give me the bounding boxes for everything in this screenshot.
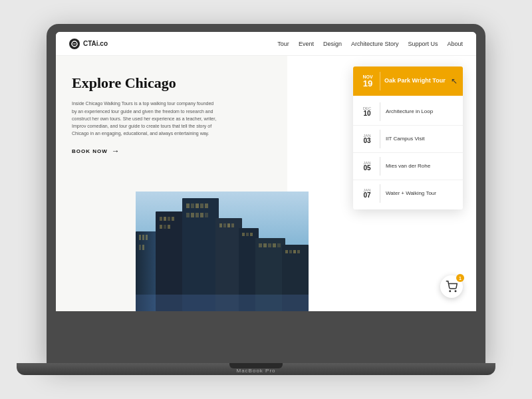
svg-rect-18: [186, 203, 190, 208]
nav-event[interactable]: Event: [299, 41, 314, 47]
event-title-1: Architecture in Loop: [386, 108, 433, 115]
event-item[interactable]: Jan 05 Mies van der Rohe: [353, 153, 463, 180]
event-date-4: Jan 07: [360, 188, 374, 199]
cursor-icon: ↖: [451, 76, 458, 86]
event-date-1: Dec 10: [360, 106, 374, 117]
divider-3: [380, 157, 380, 176]
divider: [380, 72, 380, 90]
hero-left: Explore Chicago Inside Chicago Walking T…: [56, 56, 287, 311]
svg-rect-42: [277, 243, 281, 247]
svg-rect-8: [142, 245, 144, 250]
nav-about[interactable]: About: [447, 41, 463, 47]
svg-rect-12: [168, 217, 170, 221]
svg-rect-40: [268, 243, 271, 247]
nav-design[interactable]: Design: [323, 41, 342, 47]
hero-description: Inside Chicago Walking Tours is a top wa…: [72, 100, 218, 137]
svg-rect-15: [164, 225, 166, 229]
hero-title: Explore Chicago: [72, 74, 271, 92]
divider-1: [380, 102, 380, 121]
nav-support-us[interactable]: Support Us: [408, 41, 438, 47]
featured-event-date: Nov 19: [360, 74, 376, 88]
svg-rect-16: [168, 225, 170, 229]
svg-rect-14: [160, 225, 162, 229]
hero-image: [136, 192, 309, 311]
svg-rect-29: [219, 223, 222, 227]
svg-rect-19: [191, 203, 194, 208]
divider-2: [380, 130, 380, 148]
event-day-2: 03: [363, 138, 370, 144]
cart-button[interactable]: 1: [440, 275, 463, 298]
buildings-bg: [136, 192, 309, 311]
event-title-4: Water + Walking Tour: [386, 190, 436, 197]
svg-rect-5: [142, 235, 144, 240]
nav-tour[interactable]: Tour: [277, 41, 289, 47]
event-title-2: IIT Campus Visit: [386, 136, 424, 142]
featured-day: 19: [363, 79, 372, 88]
hero-section: Explore Chicago Inside Chicago Walking T…: [56, 56, 476, 311]
svg-rect-20: [196, 203, 199, 208]
event-item[interactable]: Dec 10 Architecture in Loop: [353, 98, 463, 126]
event-day-3: 05: [363, 165, 370, 172]
events-panel: Nov 19 Oak Park Wright Tour ↖ Dec 10: [353, 66, 463, 209]
svg-rect-38: [259, 243, 262, 247]
svg-rect-41: [273, 243, 276, 247]
svg-rect-31: [227, 223, 230, 227]
laptop-notch: [229, 363, 283, 368]
svg-rect-10: [160, 217, 162, 221]
laptop-base: MacBook Pro: [17, 363, 495, 375]
cart-badge: 1: [456, 274, 464, 282]
svg-rect-45: [289, 250, 292, 253]
event-day-4: 07: [363, 192, 370, 199]
svg-rect-32: [231, 223, 234, 227]
svg-rect-25: [196, 213, 199, 217]
svg-rect-13: [172, 217, 174, 221]
featured-event[interactable]: Nov 19 Oak Park Wright Tour ↖: [353, 66, 463, 96]
event-item[interactable]: Jan 03 IIT Campus Visit: [353, 126, 463, 153]
svg-rect-48: [136, 295, 309, 311]
book-now-button[interactable]: BOOK NOW →: [72, 146, 271, 156]
svg-rect-47: [297, 250, 300, 253]
svg-rect-21: [200, 203, 203, 208]
svg-rect-36: [250, 233, 253, 236]
svg-rect-7: [139, 245, 141, 250]
svg-rect-30: [223, 223, 226, 227]
logo-icon: [69, 39, 80, 49]
divider-4: [380, 184, 380, 203]
event-day-1: 10: [363, 110, 370, 117]
svg-rect-34: [242, 233, 245, 236]
nav-architecture-story[interactable]: Architecture Story: [351, 41, 399, 47]
svg-rect-6: [146, 235, 148, 240]
event-title-3: Mies van der Rohe: [386, 163, 430, 170]
laptop-frame: CTAi.co Tour Event Design Architecture S…: [47, 24, 485, 363]
cart-icon: [446, 281, 458, 293]
svg-rect-35: [246, 233, 249, 236]
svg-rect-27: [205, 213, 208, 217]
featured-event-title: Oak Park Wright Tour: [384, 77, 446, 85]
laptop-screen: CTAi.co Tour Event Design Architecture S…: [56, 32, 476, 311]
event-date-3: Jan 05: [360, 161, 374, 172]
svg-rect-4: [139, 235, 141, 240]
svg-point-50: [455, 291, 456, 292]
site-navigation: CTAi.co Tour Event Design Architecture S…: [56, 32, 476, 56]
svg-rect-39: [263, 243, 267, 247]
arrow-icon: →: [112, 146, 120, 156]
event-date-2: Jan 03: [360, 134, 374, 144]
svg-rect-26: [200, 213, 203, 217]
svg-rect-44: [285, 250, 288, 253]
event-item[interactable]: Jan 07 Water + Walking Tour: [353, 180, 463, 207]
site-logo[interactable]: CTAi.co: [69, 39, 108, 49]
event-list: Dec 10 Architecture in Loop Jan 03: [353, 96, 463, 209]
svg-rect-24: [191, 213, 194, 217]
svg-rect-22: [205, 203, 208, 208]
svg-rect-46: [293, 250, 296, 253]
svg-point-49: [450, 291, 451, 292]
svg-rect-23: [186, 213, 190, 217]
svg-rect-11: [164, 217, 166, 221]
nav-links: Tour Event Design Architecture Story Sup…: [277, 41, 463, 47]
